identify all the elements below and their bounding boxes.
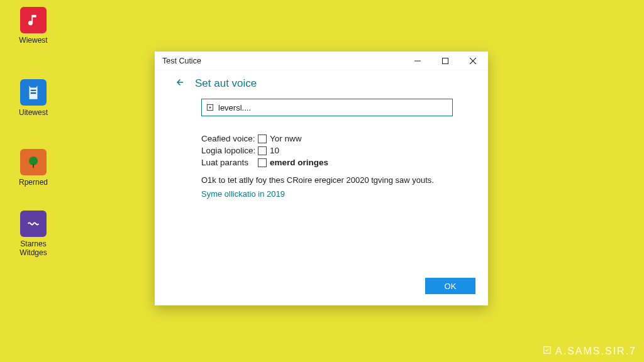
row-value: Yor nww (270, 134, 302, 143)
window-controls (404, 52, 487, 70)
page-heading: Set aut voice (195, 77, 257, 90)
row-label: Ceafied voice: (201, 134, 258, 143)
row-label: Logia lopolice: (201, 146, 258, 155)
description-text: O1k to tet atlly foy thes CRoire eregice… (201, 175, 469, 186)
link-text[interactable]: Syme ollickatio in 2019 (201, 189, 469, 200)
desktop-icon-label: Uitewest (19, 108, 48, 117)
input-prefix-icon (206, 103, 214, 112)
desktop-icon-uitewest[interactable]: Uitewest (11, 79, 55, 117)
maximize-button[interactable] (431, 52, 459, 70)
main-input-value: leversl.... (218, 103, 448, 112)
checkbox-logia[interactable] (258, 146, 267, 155)
watermark-icon (543, 346, 552, 357)
document-icon (20, 79, 47, 106)
watermark: A.SAMS.SIR.7 (543, 346, 636, 357)
desktop-icon-rperned[interactable]: Rperned (11, 149, 55, 187)
svg-point-0 (29, 156, 38, 165)
tree-icon (20, 149, 47, 175)
row-value: 10 (270, 146, 279, 155)
form-row: Logia lopolice: 10 (201, 146, 469, 155)
close-button[interactable] (459, 52, 487, 70)
svg-rect-1 (33, 164, 34, 168)
row-label: Luat parants (201, 158, 258, 167)
main-input[interactable]: leversl.... (201, 99, 453, 116)
ok-button[interactable]: OK (425, 278, 475, 294)
form-row: Luat parants emerd oringes (201, 158, 469, 167)
titlebar: Test Cutice (155, 52, 488, 70)
desktop-icon-label: Rperned (19, 178, 48, 187)
desktop-icon-starnes[interactable]: Starnes Witdges (11, 211, 55, 258)
minimize-button[interactable] (404, 52, 431, 70)
window-title: Test Cutice (162, 57, 201, 65)
form-row: Ceafied voice: Yor nww (201, 134, 469, 143)
checkbox-luat[interactable] (258, 158, 267, 167)
svg-rect-3 (443, 58, 448, 63)
desktop-icon-label: Wiewest (19, 36, 47, 45)
watermark-text: A.SAMS.SIR.7 (555, 346, 636, 357)
wave-icon (20, 211, 47, 237)
row-value: emerd oringes (270, 158, 328, 167)
dialog-body: Set aut voice leversl.... Ceafied voice:… (155, 70, 488, 305)
music-icon (20, 7, 47, 33)
desktop-icon-wiewest[interactable]: Wiewest (11, 7, 55, 45)
dialog-window: Test Cutice Set aut voice (155, 52, 488, 305)
svg-rect-7 (544, 347, 551, 354)
back-arrow-icon[interactable] (174, 77, 185, 90)
checkbox-ceafied[interactable] (258, 134, 267, 143)
desktop-icon-label: Starnes Witdges (11, 239, 55, 258)
